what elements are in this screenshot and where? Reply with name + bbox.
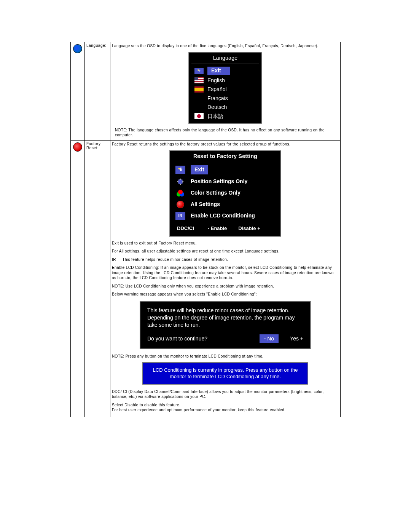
svg-point-0 <box>198 69 199 71</box>
warn-question: Do you want to continue? <box>147 335 248 342</box>
ddcci-disable[interactable]: Disable + <box>238 225 260 232</box>
ddcci-row: DDC/CI - Enable Disable + <box>170 222 280 236</box>
flag-us-icon <box>194 77 204 83</box>
menu-item-all-settings[interactable]: All Settings <box>170 199 280 210</box>
label: Position Settings Only <box>191 178 247 185</box>
warn-message: This feature will help reduce minor case… <box>147 307 303 329</box>
label: Français <box>207 95 228 102</box>
text-disable: Select Disable to disable this feature. <box>112 403 339 408</box>
text-ddcci: DDC/ CI (Display Data Channel/Command In… <box>112 389 339 399</box>
language-osd-menu: Language Exit English Español <box>188 52 262 125</box>
reset-intro: Factory Reset returns the settings to th… <box>112 142 339 147</box>
yes-button[interactable]: Yes + <box>290 335 303 342</box>
language-note: NOTE: The language chosen affects only t… <box>115 128 339 137</box>
text-below: Below warning message appears when you s… <box>112 292 339 297</box>
lcd-conditioning-progress: LCD Conditioning is currently in progres… <box>142 362 308 385</box>
menu-item-enable-lcd-conditioning[interactable]: IR Enable LCD Conditioning <box>170 210 280 222</box>
settings-table: Language: Language sets the OSD to displ… <box>70 42 341 417</box>
label: Enable LCD Conditioning <box>191 212 255 219</box>
note-lcdcond: NOTE: Use LCD Conditioning only when you… <box>112 284 339 289</box>
label: 日本語 <box>207 113 223 120</box>
menu-item-exit[interactable]: Exit <box>189 66 261 76</box>
all-settings-icon <box>175 200 185 209</box>
menu-item-exit[interactable]: Exit <box>170 164 280 176</box>
label: Exit <box>191 165 208 174</box>
menu-item-color-settings[interactable]: Color Settings Only <box>170 187 280 199</box>
globe-icon <box>73 44 82 53</box>
ir-icon: IR <box>175 212 185 220</box>
text-ir: IR — This feature helps reduce minor cas… <box>112 257 339 262</box>
flag-fr-icon <box>194 95 204 101</box>
factory-reset-icon <box>73 142 82 152</box>
text-all: For All settings, all user adjustable se… <box>112 249 339 254</box>
svg-rect-2 <box>178 179 183 184</box>
no-button[interactable]: - No <box>260 334 279 343</box>
flag-es-icon <box>194 86 204 93</box>
text-lcdcond: Enable LCD Conditioning: If an image app… <box>112 265 339 281</box>
position-icon <box>175 177 185 186</box>
reset-menu-title: Reset to Factory Setting <box>170 151 280 162</box>
ddcci-enable[interactable]: - Enable <box>208 225 227 232</box>
menu-item-espanol[interactable]: Español <box>189 85 261 94</box>
menu-item-japanese[interactable]: 日本語 <box>189 112 261 124</box>
factory-reset-label: Factory Reset: <box>85 141 110 417</box>
label: English <box>207 77 225 84</box>
svg-point-1 <box>178 168 180 169</box>
ddcci-label: DDC/CI <box>177 225 194 232</box>
menu-item-position-settings[interactable]: Position Settings Only <box>170 176 280 187</box>
flag-de-icon <box>194 104 204 110</box>
label: Deutsch <box>207 104 227 111</box>
exit-icon <box>175 166 185 174</box>
menu-item-francais[interactable]: Français <box>189 94 261 103</box>
color-icon <box>175 189 185 197</box>
label: Español <box>207 86 227 93</box>
flag-jp-icon <box>194 113 204 119</box>
language-label: Language: <box>85 42 110 141</box>
exit-icon <box>194 68 204 74</box>
menu-item-english[interactable]: English <box>189 76 261 85</box>
text-enable: For best user experience and optimum per… <box>112 407 339 413</box>
label: Color Settings Only <box>191 190 241 197</box>
language-menu-title: Language <box>189 53 261 64</box>
label: Exit <box>207 67 230 75</box>
label: All Settings <box>191 201 220 208</box>
reset-osd-menu: Reset to Factory Setting Exit Position S… <box>169 150 281 237</box>
menu-item-deutsch[interactable]: Deutsch <box>189 103 261 112</box>
lcd-conditioning-prompt: This feature will help reduce minor case… <box>140 301 311 350</box>
text-exit: Exit is used to exit out of Factory Rese… <box>112 241 339 246</box>
svg-point-5 <box>178 190 183 194</box>
language-intro: Language sets the OSD to display in one … <box>112 43 339 49</box>
note-press-any-button: NOTE: Press any button on the monitor to… <box>112 354 339 359</box>
